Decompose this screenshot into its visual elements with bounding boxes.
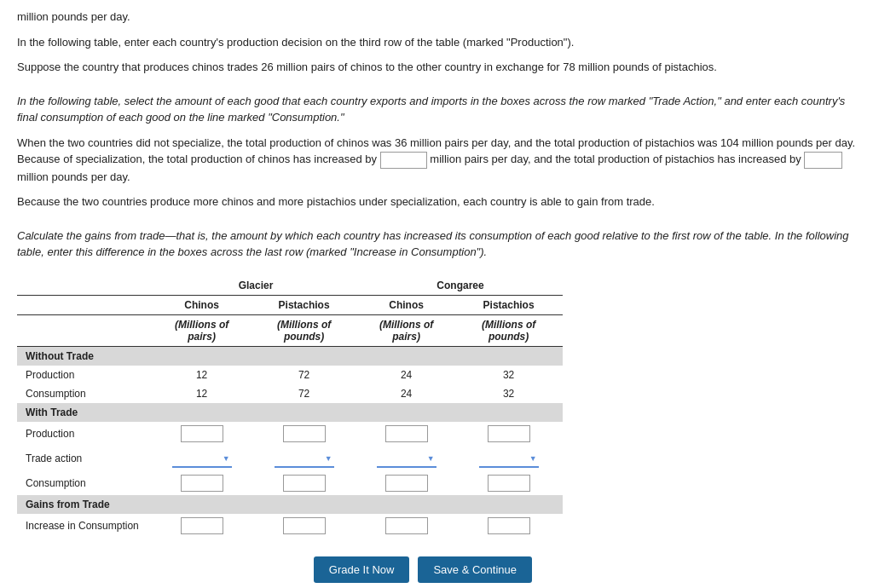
para3: In the following table, select the amoun…	[17, 93, 856, 126]
without-trade-label: Without Trade	[17, 346, 563, 366]
congaree-pistachios-consumption2[interactable]	[454, 471, 563, 495]
gains-label: Gains from Trade	[17, 495, 563, 514]
glacier-pistachios-production: 72	[250, 366, 358, 384]
production-row-1: Production 12 72 24 32	[17, 366, 563, 384]
glacier-chinos-unit: (Millions of pairs)	[153, 314, 250, 346]
without-trade-row: Without Trade	[17, 346, 563, 366]
gains-row: Gains from Trade	[17, 495, 563, 514]
glacier-pistachios-consumption2[interactable]	[250, 471, 358, 495]
with-trade-label: With Trade	[17, 403, 563, 422]
congaree-pistachios-consumption2-input[interactable]	[488, 475, 530, 492]
congaree-chinos-consumption1: 24	[358, 384, 454, 403]
glacier-pistachios-increase-input[interactable]	[283, 517, 326, 534]
consumption-label-2: Consumption	[17, 471, 153, 495]
trade-action-glacier-pistachios-wrapper[interactable]: Exports Imports	[275, 449, 334, 468]
trade-action-glacier-pistachios[interactable]: Exports Imports	[250, 446, 358, 471]
para1: In the following table, enter each count…	[17, 34, 856, 51]
production-label-2: Production	[17, 422, 153, 446]
trade-action-congaree-chinos[interactable]: Exports Imports	[358, 446, 454, 471]
glacier-chinos-increase-input[interactable]	[181, 517, 223, 534]
trade-action-congaree-pistachios-wrapper[interactable]: Exports Imports	[479, 449, 539, 468]
trade-action-glacier-chinos-wrapper[interactable]: Exports Imports	[172, 449, 232, 468]
increase-label: Increase in Consumption	[17, 514, 153, 538]
trade-action-row: Trade action Exports Imports	[17, 446, 563, 471]
congaree-header: Congaree	[358, 276, 563, 296]
production-label-1: Production	[17, 366, 153, 384]
glacier-pistachios-increase[interactable]	[250, 514, 358, 538]
congaree-pistachios-production: 32	[454, 366, 563, 384]
glacier-chinos-consumption2[interactable]	[153, 471, 250, 495]
para2: Suppose the country that produces chinos…	[17, 59, 856, 76]
button-row: Grade It Now Save & Continue	[314, 556, 532, 583]
empty-unit-header	[17, 314, 153, 346]
congaree-pistachios-consumption1: 32	[454, 384, 563, 403]
with-trade-row: With Trade	[17, 403, 563, 422]
glacier-pistachios-production2[interactable]	[250, 422, 358, 446]
congaree-pistachios-header: Pistachios	[454, 295, 563, 314]
congaree-chinos-production: 24	[358, 366, 454, 384]
glacier-chinos-increase[interactable]	[153, 514, 250, 538]
congaree-pistachios-increase[interactable]	[454, 514, 563, 538]
para6: Calculate the gains from trade—that is, …	[17, 228, 856, 261]
trade-table: Glacier Congaree Chinos Pistachios Chino…	[17, 276, 563, 538]
congaree-pistachios-unit: (Millions of pounds)	[454, 314, 563, 346]
congaree-chinos-consumption2-input[interactable]	[385, 475, 428, 492]
glacier-chinos-production: 12	[153, 366, 250, 384]
save-continue-button[interactable]: Save & Continue	[418, 556, 532, 583]
glacier-pistachios-consumption2-input[interactable]	[283, 475, 326, 492]
congaree-chinos-consumption2[interactable]	[358, 471, 454, 495]
congaree-pistachios-production2[interactable]	[454, 422, 563, 446]
congaree-chinos-increase-input[interactable]	[385, 517, 428, 534]
glacier-chinos-production2-input[interactable]	[181, 425, 223, 442]
glacier-chinos-production2[interactable]	[153, 422, 250, 446]
increase-row: Increase in Consumption	[17, 514, 563, 538]
trade-action-glacier-chinos[interactable]: Exports Imports	[153, 446, 250, 471]
empty-header	[17, 276, 153, 296]
congaree-pistachios-increase-input[interactable]	[488, 517, 530, 534]
para4-part2: million pairs per day, and the total pro…	[430, 153, 801, 165]
glacier-header: Glacier	[153, 276, 358, 296]
production-row-2: Production	[17, 422, 563, 446]
congaree-chinos-unit: (Millions of pairs)	[358, 314, 454, 346]
congaree-chinos-increase[interactable]	[358, 514, 454, 538]
grade-now-button[interactable]: Grade It Now	[314, 556, 410, 583]
chinos-increase-input[interactable]	[380, 152, 427, 169]
consumption-label-1: Consumption	[17, 384, 153, 403]
glacier-pistachios-production2-input[interactable]	[283, 425, 326, 442]
trade-action-congaree-pistachios[interactable]: Exports Imports	[454, 446, 563, 471]
trade-action-label: Trade action	[17, 446, 153, 471]
trade-action-glacier-chinos-select[interactable]: Exports Imports	[172, 449, 232, 468]
glacier-chinos-consumption1: 12	[153, 384, 250, 403]
glacier-chinos-consumption2-input[interactable]	[181, 475, 223, 492]
para4: When the two countries did not specializ…	[17, 135, 856, 186]
consumption-row-1: Consumption 12 72 24 32	[17, 384, 563, 403]
trade-table-section: Glacier Congaree Chinos Pistachios Chino…	[17, 276, 856, 538]
glacier-pistachios-unit: (Millions of pounds)	[250, 314, 358, 346]
glacier-pistachios-header: Pistachios	[250, 295, 358, 314]
intro-line0: million pounds per day.	[17, 9, 856, 26]
para4-part3: million pounds per day.	[17, 170, 130, 183]
trade-action-congaree-pistachios-select[interactable]: Exports Imports	[479, 449, 539, 468]
congaree-chinos-header: Chinos	[358, 295, 454, 314]
empty-subheader	[17, 295, 153, 314]
congaree-chinos-production2-input[interactable]	[385, 425, 428, 442]
trade-action-congaree-chinos-wrapper[interactable]: Exports Imports	[377, 449, 436, 468]
congaree-chinos-production2[interactable]	[358, 422, 454, 446]
consumption-row-2: Consumption	[17, 471, 563, 495]
pistachios-increase-input[interactable]	[804, 152, 842, 169]
glacier-chinos-header: Chinos	[153, 295, 250, 314]
glacier-pistachios-consumption1: 72	[250, 384, 358, 403]
trade-action-congaree-chinos-select[interactable]: Exports Imports	[377, 449, 436, 468]
trade-action-glacier-pistachios-select[interactable]: Exports Imports	[275, 449, 334, 468]
congaree-pistachios-production2-input[interactable]	[488, 425, 530, 442]
para5: Because the two countries produce more c…	[17, 193, 856, 210]
